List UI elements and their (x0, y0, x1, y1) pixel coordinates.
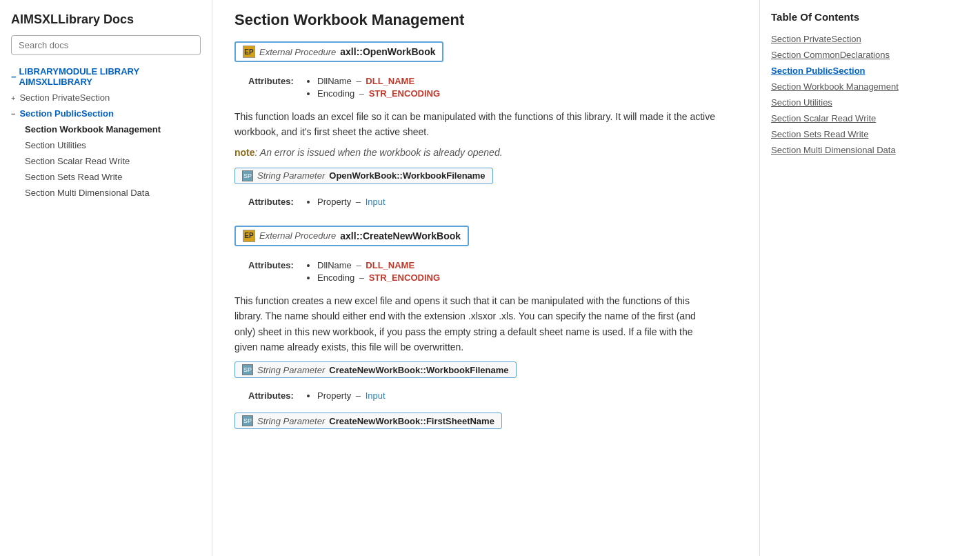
sidebar-private-label: Section PrivateSection (19, 92, 110, 103)
sidebar: AIMSXLLibrary Docs − LIBRARYMODULE LIBRA… (0, 0, 212, 556)
sidebar-item-public-section[interactable]: − Section PublicSection (0, 106, 212, 121)
param-attrs-list-2: Property – Input (303, 390, 386, 403)
toggle-icon-public: − (11, 110, 15, 118)
sidebar-item-scalar[interactable]: Section Scalar Read Write (0, 153, 212, 169)
toc-item-multi[interactable]: Section Multi Dimensional Data (771, 142, 969, 158)
attrs-section-2: Attributes: DllName – DLL_NAME Encoding … (234, 260, 737, 285)
attrs-section: Attributes: DllName – DLL_NAME Encoding … (234, 76, 737, 101)
string-param-icon: SP (242, 170, 253, 181)
param-block-first-sheet: SP String Parameter CreateNewWorkBook::F… (234, 413, 502, 429)
sidebar-item-workbook[interactable]: Section Workbook Management (0, 121, 212, 137)
param-type-label: String Parameter (257, 170, 325, 181)
sidebar-nav: − LIBRARYMODULE LIBRARYAIMSXLLIBRARY + S… (0, 63, 212, 209)
param-attrs-label-2: Attributes: (234, 390, 303, 403)
proc-type-label: External Procedure (259, 47, 336, 57)
proc-description: This function loads an excel file so it … (234, 109, 717, 140)
param-attrs-label: Attributes: (234, 197, 303, 209)
string-param-icon-3: SP (242, 364, 253, 375)
param-block-workbook-filename: SP String Parameter OpenWorkBook::Workbo… (234, 168, 493, 184)
toc-item-common[interactable]: Section CommonDeclarations (771, 47, 969, 63)
param-name-4: CreateNewWorkBook::FirstSheetName (329, 416, 494, 426)
proc-note: note: An error is issued when the workbo… (234, 147, 737, 158)
procedure-open-workbook: EP External Procedure axll::OpenWorkBook… (234, 41, 737, 209)
toc-item-public[interactable]: Section PublicSection (771, 63, 969, 79)
proc-block-open-workbook: EP External Procedure axll::OpenWorkBook (234, 41, 443, 62)
attr-item: DllName – DLL_NAME (317, 260, 440, 270)
attrs-label-2: Attributes: (234, 260, 303, 285)
library-toggle-icon: − (11, 72, 17, 82)
proc-name-2: axll::CreateNewWorkBook (340, 230, 461, 241)
input-link-2[interactable]: Input (366, 390, 386, 401)
sidebar-library-label: LIBRARYMODULE LIBRARYAIMSXLLIBRARY (19, 66, 140, 87)
param-attrs-section: Attributes: Property – Input (234, 197, 737, 209)
toc-item-private[interactable]: Section PrivateSection (771, 31, 969, 47)
attr-item: Property – Input (317, 390, 386, 401)
external-proc-icon-2: EP (243, 230, 255, 242)
string-param-icon-4: SP (242, 415, 253, 426)
sidebar-item-utilities[interactable]: Section Utilities (0, 137, 212, 153)
toc-item-scalar[interactable]: Section Scalar Read Write (771, 110, 969, 126)
proc-block-create-workbook: EP External Procedure axll::CreateNewWor… (234, 226, 469, 246)
search-input[interactable] (11, 35, 201, 55)
param-name-3: CreateNewWorkBook::WorkbookFilename (329, 365, 508, 375)
attr-item: Property – Input (317, 197, 386, 207)
main-content: Section Workbook Management EP External … (212, 0, 759, 556)
page-title: Section Workbook Management (234, 11, 737, 29)
sidebar-library-item[interactable]: − LIBRARYMODULE LIBRARYAIMSXLLIBRARY (0, 63, 212, 90)
toc-item-utilities[interactable]: Section Utilities (771, 95, 969, 110)
sidebar-item-multi[interactable]: Section Multi Dimensional Data (0, 185, 212, 201)
proc-name: axll::OpenWorkBook (340, 46, 435, 57)
sidebar-item-sets[interactable]: Section Sets Read Write (0, 169, 212, 185)
proc-description-2: This function creates a new excel file a… (234, 293, 717, 355)
sidebar-item-private-section[interactable]: + Section PrivateSection (0, 90, 212, 106)
sidebar-public-label: Section PublicSection (19, 108, 114, 119)
toc-item-workbook[interactable]: Section Workbook Management (771, 79, 969, 95)
toc-item-sets[interactable]: Section Sets Read Write (771, 126, 969, 142)
toc-title: Table Of Contents (771, 11, 969, 23)
param-type-label-3: String Parameter (257, 365, 325, 375)
attr-item: Encoding – STR_ENCODING (317, 88, 440, 99)
toggle-icon-private: + (11, 94, 15, 102)
attr-item: Encoding – STR_ENCODING (317, 272, 440, 283)
param-attrs-section-2: Attributes: Property – Input (234, 390, 737, 403)
input-link[interactable]: Input (366, 197, 386, 207)
attrs-list-2: DllName – DLL_NAME Encoding – STR_ENCODI… (303, 260, 440, 285)
procedure-create-workbook: EP External Procedure axll::CreateNewWor… (234, 226, 737, 437)
search-box-wrap (0, 35, 212, 63)
proc-type-label-2: External Procedure (259, 230, 336, 241)
attrs-list: DllName – DLL_NAME Encoding – STR_ENCODI… (303, 76, 440, 101)
external-proc-icon: EP (243, 46, 255, 58)
param-type-label-4: String Parameter (257, 416, 325, 426)
attrs-label: Attributes: (234, 76, 303, 101)
attr-item: DllName – DLL_NAME (317, 76, 440, 86)
param-name: OpenWorkBook::WorkbookFilename (329, 170, 485, 181)
toc: Table Of Contents Section PrivateSection… (759, 0, 980, 556)
sidebar-title: AIMSXLLibrary Docs (0, 0, 212, 35)
param-attrs-list: Property – Input (303, 197, 386, 209)
param-block-new-workbook-filename: SP String Parameter CreateNewWorkBook::W… (234, 361, 517, 378)
